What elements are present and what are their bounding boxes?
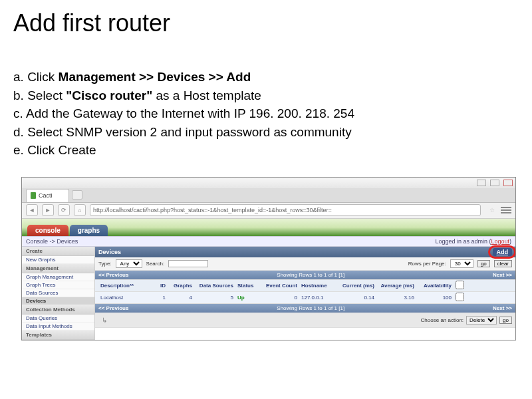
url-bar: ◄ ► ⟳ ⌂ http://localhost/cacti/host.php?… xyxy=(22,203,515,219)
browser-window: Cacti ◄ ► ⟳ ⌂ http://localhost/cacti/hos… xyxy=(21,177,516,340)
hamburger-menu-icon[interactable] xyxy=(501,204,511,216)
pager-bottom: << Previous Showing Rows 1 to 1 of 1 [1]… xyxy=(95,304,515,313)
filter-type-select[interactable]: Any xyxy=(116,259,142,268)
sidebar-item-devices[interactable]: Devices xyxy=(22,297,94,305)
col-checkbox[interactable] xyxy=(454,281,466,291)
cell-graphs: 4 xyxy=(168,295,194,301)
col-event-count[interactable]: Event Count xyxy=(262,283,299,289)
action-go-button[interactable]: go xyxy=(499,317,512,324)
reload-button[interactable]: ⟳ xyxy=(58,204,70,216)
col-status[interactable]: Status xyxy=(235,283,262,289)
sidebar-header-templates: Templates xyxy=(22,331,94,340)
breadcrumb: Console -> Devices xyxy=(26,238,78,245)
pager-next-bottom[interactable]: Next >> xyxy=(493,305,512,311)
cell-id: 1 xyxy=(152,295,168,301)
sidebar-item-data-sources[interactable]: Data Sources xyxy=(22,289,94,297)
tab-graphs[interactable]: graphs xyxy=(70,225,108,236)
filter-type-label: Type: xyxy=(98,261,112,267)
pager-prev[interactable]: << Previous xyxy=(98,272,128,278)
instruction-list: a. Click Management >> Devices >> Add b.… xyxy=(13,68,519,160)
browser-tabstrip: Cacti xyxy=(22,188,515,203)
bulk-action-row: ↳ Choose an action: Delete go xyxy=(95,313,515,328)
sidebar: Create New Graphs Management Graph Manag… xyxy=(22,247,95,340)
cell-description: Localhost xyxy=(98,295,152,301)
window-titlebar xyxy=(22,178,515,188)
sidebar-header-management: Management xyxy=(22,264,94,273)
action-select[interactable]: Delete xyxy=(466,316,497,325)
cacti-icon xyxy=(31,192,36,199)
bookmark-icon[interactable]: ☆ xyxy=(487,205,497,215)
sidebar-item-data-queries[interactable]: Data Queries xyxy=(22,315,94,323)
filter-search-input[interactable] xyxy=(168,260,208,267)
forward-button[interactable]: ► xyxy=(42,204,54,216)
instruction-e: e. Click Create xyxy=(13,141,519,160)
new-tab-button[interactable] xyxy=(72,190,82,200)
cell-current: 0.14 xyxy=(336,295,376,301)
breadcrumb-bar: Console -> Devices Logged in as admin (L… xyxy=(22,236,515,247)
home-button[interactable]: ⌂ xyxy=(74,204,86,216)
expand-icon[interactable]: ↳ xyxy=(98,315,110,326)
col-id[interactable]: ID xyxy=(152,283,168,289)
filter-rows-select[interactable]: 30 xyxy=(450,259,473,268)
filter-rows-label: Rows per Page: xyxy=(408,261,446,267)
sidebar-item-graph-management[interactable]: Graph Management xyxy=(22,273,94,281)
logout-link[interactable]: Logout xyxy=(491,238,509,245)
col-hostname[interactable]: Hostname xyxy=(299,283,336,289)
clear-button[interactable]: clear xyxy=(494,260,512,267)
pager-next[interactable]: Next >> xyxy=(493,272,512,278)
cell-availability: 100 xyxy=(416,295,454,301)
instruction-d: d. Select SNMP version 2 and input passw… xyxy=(13,123,519,142)
url-input[interactable]: http://localhost/cacti/host.php?host_sta… xyxy=(90,204,481,216)
pager-prev-bottom[interactable]: << Previous xyxy=(98,305,128,311)
panel-header: Devices Add xyxy=(95,247,515,257)
back-button[interactable]: ◄ xyxy=(26,204,38,216)
instruction-c: c. Add the Gateway to the Internet with … xyxy=(13,104,519,123)
col-current[interactable]: Current (ms) xyxy=(336,283,376,289)
panel-title: Devices xyxy=(98,249,121,255)
select-all-checkbox[interactable] xyxy=(456,281,464,289)
sidebar-item-graph-trees[interactable]: Graph Trees xyxy=(22,281,94,289)
col-data-sources[interactable]: Data Sources xyxy=(194,283,235,289)
cell-average: 3.16 xyxy=(376,295,416,301)
sidebar-header-collection: Collection Methods xyxy=(22,305,94,315)
cell-status: Up xyxy=(235,295,262,301)
main-panel: Devices Add Type: Any Search: Rows per P… xyxy=(95,247,515,340)
cell-hostname: 127.0.0.1 xyxy=(299,295,336,301)
table-header: Description** ID Graphs Data Sources Sta… xyxy=(95,280,515,292)
browser-tab-cacti[interactable]: Cacti xyxy=(26,189,69,202)
col-availability[interactable]: Availability xyxy=(416,283,454,289)
go-button[interactable]: go xyxy=(477,260,490,267)
instruction-b: b. Select "Cisco router" as a Host templ… xyxy=(13,86,519,105)
filter-search-label: Search: xyxy=(146,261,165,267)
table-row[interactable]: Localhost 1 4 5 Up 0 127.0.0.1 0.14 3.16… xyxy=(95,292,515,304)
instruction-a: a. Click Management >> Devices >> Add xyxy=(13,68,519,86)
pager-status: Showing Rows 1 to 1 of 1 [1] xyxy=(277,272,344,278)
action-label: Choose an action: xyxy=(421,317,464,323)
row-checkbox[interactable] xyxy=(456,293,464,301)
maximize-button[interactable] xyxy=(490,180,499,186)
sidebar-header-create: Create xyxy=(22,247,94,256)
close-button[interactable] xyxy=(503,180,513,186)
minimize-button[interactable] xyxy=(477,180,486,186)
filter-row: Type: Any Search: Rows per Page: 30 go c… xyxy=(95,257,515,271)
app-header: console graphs xyxy=(22,219,515,236)
login-status: Logged in as admin (Logout) xyxy=(435,238,511,245)
col-average[interactable]: Average (ms) xyxy=(376,283,416,289)
pager-top: << Previous Showing Rows 1 to 1 of 1 [1]… xyxy=(95,271,515,280)
slide-title: Add first router xyxy=(13,9,519,37)
tab-console[interactable]: console xyxy=(27,225,68,236)
add-device-link[interactable]: Add xyxy=(493,248,513,256)
col-description[interactable]: Description** xyxy=(98,283,152,289)
cell-data-sources: 5 xyxy=(194,295,235,301)
pager-status-bottom: Showing Rows 1 to 1 of 1 [1] xyxy=(277,305,344,311)
sidebar-item-data-input[interactable]: Data Input Methods xyxy=(22,323,94,331)
cell-event-count: 0 xyxy=(262,295,299,301)
col-graphs[interactable]: Graphs xyxy=(168,283,194,289)
sidebar-item-new-graphs[interactable]: New Graphs xyxy=(22,256,94,264)
browser-tab-label: Cacti xyxy=(39,192,53,199)
